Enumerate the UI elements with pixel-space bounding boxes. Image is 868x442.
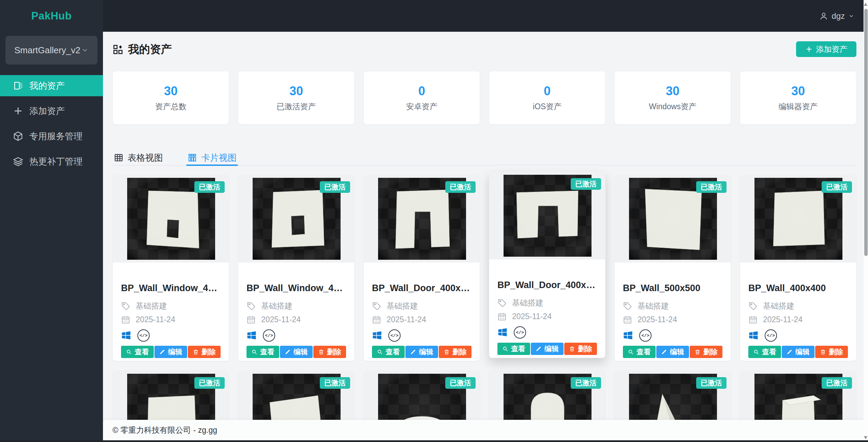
editor-code-icon: </> bbox=[388, 329, 401, 342]
active-tab-underline bbox=[186, 165, 238, 166]
sidebar-item-3[interactable]: 热更补丁管理 bbox=[0, 151, 103, 172]
scrollbar-down-arrow[interactable] bbox=[864, 436, 867, 439]
edit-button[interactable]: 编辑 bbox=[656, 346, 689, 358]
magnifier-icon bbox=[251, 349, 257, 355]
asset-date-row: 2025-11-24 bbox=[748, 315, 848, 324]
asset-card[interactable]: 已激活BP_Wall_Door_400x400基础搭建2025-11-24</>… bbox=[363, 175, 480, 361]
tab-label: 卡片视图 bbox=[201, 152, 237, 164]
view-button[interactable]: 查看 bbox=[121, 346, 154, 358]
view-button[interactable]: 查看 bbox=[623, 346, 656, 358]
chevron-down-icon bbox=[848, 13, 854, 19]
page-title: 我的资产 bbox=[128, 42, 172, 57]
delete-button[interactable]: 删除 bbox=[564, 343, 597, 355]
asset-actions: 查看编辑删除 bbox=[623, 346, 722, 358]
windows-icon bbox=[748, 330, 759, 341]
asset-thumbnail: 已激活 bbox=[364, 175, 480, 262]
platform-icons: </> bbox=[121, 329, 150, 342]
page-head: 我的资产 bbox=[113, 41, 172, 58]
table-view-icon bbox=[114, 153, 123, 162]
project-select-value: SmartGallery_v2 bbox=[14, 45, 81, 56]
asset-card[interactable]: 已激活BP_Wall_500x500基础搭建2025-11-24</>查看编辑删… bbox=[614, 175, 731, 361]
asset-tag-row: 基础搭建 bbox=[748, 301, 848, 311]
stat-label: 编辑器资产 bbox=[779, 103, 818, 111]
asset-actions: 查看编辑删除 bbox=[748, 346, 848, 358]
windows-icon bbox=[246, 330, 257, 341]
asset-card[interactable]: 已激活BP_Wall_400x400基础搭建2025-11-24</>查看编辑删… bbox=[740, 175, 856, 361]
view-button[interactable]: 查看 bbox=[748, 346, 781, 358]
asset-tag: 基础搭建 bbox=[136, 301, 167, 311]
view-button-label: 查看 bbox=[386, 347, 400, 357]
delete-button[interactable]: 删除 bbox=[815, 346, 848, 358]
tag-icon bbox=[497, 298, 507, 308]
grid-icon bbox=[113, 44, 123, 55]
stat-card-1: 30已激活资产 bbox=[238, 71, 355, 125]
asset-tag-row: 基础搭建 bbox=[246, 301, 346, 311]
asset-thumbnail: 已激活 bbox=[615, 175, 731, 262]
scrollbar-up-arrow[interactable] bbox=[864, 3, 867, 6]
stat-value: 30 bbox=[289, 85, 303, 97]
delete-button-label: 删除 bbox=[452, 347, 467, 357]
view-button[interactable]: 查看 bbox=[497, 343, 530, 355]
view-tabs: 表格视图卡片视图 bbox=[113, 150, 238, 165]
view-button[interactable]: 查看 bbox=[246, 346, 279, 358]
edit-button[interactable]: 编辑 bbox=[782, 346, 814, 358]
footer: © 零重力科技有限公司 - zg.gg bbox=[103, 420, 864, 440]
trash-icon bbox=[820, 349, 826, 355]
view-button-label: 查看 bbox=[260, 347, 274, 357]
assets-icon bbox=[13, 81, 23, 91]
magnifier-icon bbox=[377, 349, 383, 355]
project-select[interactable]: SmartGallery_v2 bbox=[5, 36, 98, 65]
pencil-icon bbox=[159, 349, 165, 355]
user-menu[interactable]: dgz bbox=[819, 0, 854, 32]
asset-card[interactable]: 已激活BP_Wall_Door_400x300基础搭建2025-11-24</>… bbox=[489, 172, 605, 358]
delete-button[interactable]: 删除 bbox=[313, 346, 346, 358]
asset-date-row: 2025-11-24 bbox=[246, 315, 346, 324]
edit-button[interactable]: 编辑 bbox=[405, 346, 438, 358]
edit-button[interactable]: 编辑 bbox=[154, 346, 187, 358]
sidebar-item-0[interactable]: 我的资产 bbox=[0, 75, 103, 96]
calendar-icon bbox=[121, 315, 130, 324]
asset-card[interactable]: 已激活BP_Wall_Window_400x...基础搭建2025-11-24<… bbox=[113, 175, 229, 361]
scrollbar-thumb[interactable] bbox=[864, 9, 868, 256]
sidebar-item-1[interactable]: 添加资产 bbox=[0, 100, 103, 122]
delete-button[interactable]: 删除 bbox=[690, 346, 722, 358]
tab-table-view[interactable]: 表格视图 bbox=[113, 150, 164, 165]
status-badge: 已激活 bbox=[571, 377, 601, 389]
edit-button-label: 编辑 bbox=[795, 347, 810, 357]
platform-icons: </> bbox=[623, 329, 652, 342]
sidebar: PakHub SmartGallery_v2 我的资产添加资产专用服务管理热更补… bbox=[0, 0, 103, 442]
trash-icon bbox=[318, 349, 324, 355]
asset-date-row: 2025-11-24 bbox=[372, 315, 472, 324]
magnifier-icon bbox=[628, 349, 634, 355]
sidebar-item-2[interactable]: 专用服务管理 bbox=[0, 126, 103, 147]
delete-button[interactable]: 删除 bbox=[439, 346, 472, 358]
plus-icon bbox=[805, 45, 813, 53]
calendar-icon bbox=[372, 315, 381, 324]
main-content: 我的资产 添加资产 30资产总数30已激活资产0安卓资产0iOS资产30Wind… bbox=[103, 32, 864, 442]
magnifier-icon bbox=[126, 349, 132, 355]
asset-thumbnail: 已激活 bbox=[740, 175, 856, 262]
magnifier-icon bbox=[753, 349, 759, 355]
edit-button[interactable]: 编辑 bbox=[531, 343, 564, 355]
asset-card-title: BP_Wall_Door_400x400 bbox=[372, 283, 472, 294]
edit-button[interactable]: 编辑 bbox=[280, 346, 313, 358]
chevron-down-icon bbox=[81, 46, 89, 54]
top-bar: dgz bbox=[0, 0, 868, 32]
asset-date: 2025-11-24 bbox=[512, 312, 552, 321]
editor-code-icon: </> bbox=[765, 329, 777, 342]
add-asset-button[interactable]: 添加资产 bbox=[796, 41, 856, 57]
edit-button-label: 编辑 bbox=[544, 344, 559, 354]
status-badge: 已激活 bbox=[822, 181, 852, 193]
trash-icon bbox=[694, 349, 701, 355]
tab-card-view[interactable]: 卡片视图 bbox=[186, 150, 238, 165]
asset-date-row: 2025-11-24 bbox=[623, 315, 722, 324]
view-button-label: 查看 bbox=[511, 344, 525, 354]
asset-card-title: BP_Wall_400x400 bbox=[748, 283, 848, 294]
view-button-label: 查看 bbox=[762, 347, 776, 357]
delete-button[interactable]: 删除 bbox=[188, 346, 221, 358]
view-button[interactable]: 查看 bbox=[372, 346, 405, 358]
asset-card[interactable]: 已激活BP_Wall_Window_400x...基础搭建2025-11-24<… bbox=[238, 175, 355, 361]
asset-tag: 基础搭建 bbox=[638, 301, 669, 311]
asset-date: 2025-11-24 bbox=[763, 315, 803, 324]
asset-tag-row: 基础搭建 bbox=[497, 298, 597, 308]
